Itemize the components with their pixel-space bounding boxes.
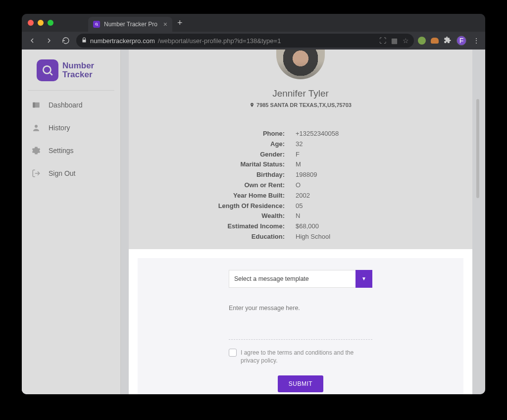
extension-1-icon[interactable]	[418, 37, 426, 45]
map-pin-icon	[250, 103, 254, 107]
divider	[229, 339, 372, 340]
detail-row: Gender:F	[197, 150, 405, 160]
terms-text: I agree to the terms and conditions and …	[241, 349, 372, 365]
star-icon[interactable]: ☆	[403, 37, 409, 45]
new-tab-button[interactable]: +	[177, 18, 183, 28]
main-content: Jennifer Tyler 7985 SANTA DR TEXAS,TX,US…	[121, 50, 480, 394]
submit-button[interactable]: SUBMIT	[278, 375, 323, 392]
url-host: numbertrackerpro.com	[90, 37, 155, 45]
forward-button[interactable]	[43, 34, 55, 47]
template-dropdown-button[interactable]: ▼	[355, 270, 372, 288]
terms-checkbox[interactable]	[229, 349, 237, 357]
tab-favicon-icon	[93, 21, 100, 28]
logo-text: Number Tracker	[62, 61, 94, 79]
detail-row: Phone:+13252340058	[197, 129, 405, 139]
detail-label: Own or Rent:	[197, 180, 296, 191]
template-select[interactable]: Select a message template	[229, 270, 355, 288]
sidebar-item-label: Sign Out	[49, 169, 75, 177]
detail-value: $68,000	[296, 221, 319, 232]
reload-button[interactable]	[59, 34, 72, 47]
maximize-window-button[interactable]	[48, 20, 53, 26]
detail-value: 32	[296, 139, 303, 150]
signout-icon	[31, 168, 42, 179]
url-bar[interactable]: numbertrackerpro.com/webportal/user-prof…	[76, 34, 414, 48]
detail-label: Gender:	[197, 150, 296, 160]
person-icon	[31, 122, 42, 133]
url-action-icons: ⛶ ▦ ☆	[379, 37, 409, 45]
detail-row: Marital Status:M	[197, 159, 405, 170]
back-button[interactable]	[26, 34, 39, 47]
detail-label: Wealth:	[197, 211, 296, 221]
window-controls	[28, 20, 53, 26]
detail-row: Age:32	[197, 139, 405, 150]
svg-line-3	[50, 73, 52, 75]
detail-value: 05	[296, 201, 303, 211]
extensions-puzzle-icon[interactable]	[444, 36, 452, 46]
svg-point-0	[96, 23, 98, 25]
grid-icon[interactable]: ▦	[391, 37, 398, 45]
message-textarea[interactable]	[229, 305, 372, 334]
sidebar-item-label: Settings	[49, 147, 74, 155]
dashboard-icon	[31, 100, 42, 110]
chevron-down-icon: ▼	[361, 276, 366, 281]
browser-window: Number Tracker Pro × + numbertrackerpro.…	[22, 14, 485, 394]
detail-label: Length Of Residence:	[197, 201, 296, 211]
sidebar-item-dashboard[interactable]: Dashboard	[28, 94, 114, 116]
sidebar-divider	[28, 90, 114, 91]
detail-label: Education:	[197, 232, 296, 242]
detail-value: 198809	[296, 170, 317, 180]
app-logo[interactable]: Number Tracker	[37, 59, 114, 81]
detail-value: N	[296, 211, 300, 221]
template-select-row: Select a message template ▼	[229, 270, 372, 288]
sidebar-item-history[interactable]: History	[28, 116, 114, 139]
profile-address: 7985 SANTA DR TEXAS,TX,US,75703	[129, 102, 472, 108]
browser-toolbar: numbertrackerpro.com/webportal/user-prof…	[22, 32, 485, 50]
detail-value: +13252340058	[296, 129, 339, 139]
detail-label: Marital Status:	[197, 159, 296, 170]
profile-avatar-image	[276, 50, 325, 79]
tab-close-icon[interactable]: ×	[163, 20, 167, 28]
detail-row: Wealth:N	[197, 211, 405, 221]
extension-icons: F ⋮	[418, 36, 481, 46]
compose-panel: Select a message template ▼ I agree to t…	[129, 249, 472, 394]
detail-value: M	[296, 159, 301, 170]
detail-label: Year Home Built:	[197, 191, 296, 201]
app-sidebar: Number Tracker Dashboard History Setting…	[22, 50, 121, 394]
detail-label: Estimated Income:	[197, 221, 296, 232]
detail-value: O	[296, 180, 301, 191]
svg-point-6	[35, 125, 38, 128]
extension-2-icon[interactable]	[431, 38, 439, 44]
logo-mark-icon	[37, 59, 58, 81]
detail-label: Age:	[197, 139, 296, 150]
sidebar-item-label: Dashboard	[49, 101, 83, 109]
close-window-button[interactable]	[28, 20, 34, 26]
url-path: /webportal/user-profile.php?id=138&type=…	[158, 37, 281, 45]
sidebar-item-signout[interactable]: Sign Out	[28, 162, 114, 185]
svg-rect-5	[33, 103, 35, 108]
svg-point-2	[43, 66, 51, 73]
terms-row: I agree to the terms and conditions and …	[229, 349, 372, 365]
detail-label: Birthday:	[197, 170, 296, 180]
page-viewport: Number Tracker Dashboard History Setting…	[22, 50, 485, 394]
detail-row: Year Home Built:2002	[197, 191, 405, 201]
detail-row: Birthday:198809	[197, 170, 405, 180]
browser-tab[interactable]: Number Tracker Pro ×	[88, 17, 172, 32]
tab-title: Number Tracker Pro	[104, 21, 157, 28]
detail-row: Education:High School	[197, 232, 405, 242]
detail-row: Length Of Residence:05	[197, 201, 405, 211]
chrome-menu-icon[interactable]: ⋮	[471, 37, 481, 45]
detail-row: Own or Rent:O	[197, 180, 405, 191]
detail-row: Estimated Income:$68,000	[197, 221, 405, 232]
screen-icon[interactable]: ⛶	[379, 37, 386, 45]
detail-value: 2002	[296, 191, 310, 201]
sidebar-item-settings[interactable]: Settings	[28, 139, 114, 162]
profile-details-list: Phone:+13252340058Age:32Gender:FMarital …	[197, 129, 405, 242]
profile-avatar-button[interactable]: F	[456, 36, 466, 46]
profile-card: Jennifer Tyler 7985 SANTA DR TEXAS,TX,US…	[129, 50, 472, 249]
titlebar: Number Tracker Pro × +	[22, 14, 485, 32]
minimize-window-button[interactable]	[38, 20, 44, 26]
detail-value: F	[296, 150, 300, 160]
svg-line-1	[97, 25, 98, 26]
lock-icon	[81, 37, 87, 45]
scrollbar-thumb[interactable]	[476, 99, 479, 198]
